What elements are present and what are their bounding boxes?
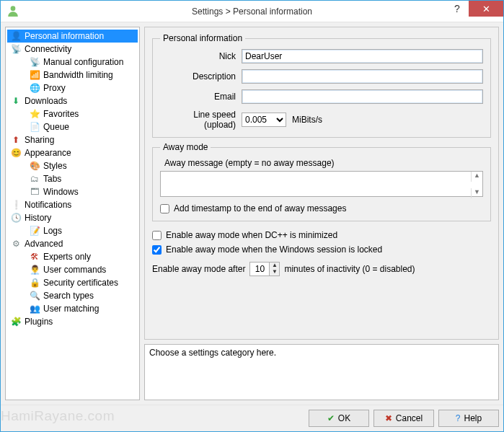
settings-window: Settings > Personal information ? ✕ 👤Per… xyxy=(0,0,504,432)
tree-item-label: Manual configuration xyxy=(43,57,123,67)
away-after-post: minutes of inactivity (0 = disabled) xyxy=(284,264,415,274)
tree-item-label: Advanced xyxy=(25,239,63,249)
linespeed-label: Line speed (upload) xyxy=(160,110,236,130)
main-block: Personal information Nick Description Em… xyxy=(144,27,499,340)
tree-item-label: Favorites xyxy=(43,109,79,119)
timestamp-checkbox[interactable] xyxy=(160,204,169,213)
tree-item-icon: ⬇ xyxy=(10,96,22,106)
away-locked-label[interactable]: Enable away mode when the Windows sessio… xyxy=(166,244,382,255)
tree-item-label: Appearance xyxy=(25,148,71,158)
dialog-body: 👤Personal information📡Connectivity📡Manua… xyxy=(1,22,503,405)
tree-item-label: Windows xyxy=(43,187,79,197)
tree-item-icon: 🕓 xyxy=(10,213,22,223)
linespeed-select[interactable]: 0.005 xyxy=(242,113,286,127)
window-title: Settings > Personal information xyxy=(192,6,312,17)
tree-item-security-certificates[interactable]: 🔒Security certificates xyxy=(7,276,138,289)
away-message-label: Away message (empty = no away message) xyxy=(164,158,483,168)
spin-down-icon[interactable]: ▼ xyxy=(471,188,482,198)
tree-item-experts-only[interactable]: 🛠Experts only xyxy=(7,250,138,263)
tree-item-downloads[interactable]: ⬇Downloads xyxy=(7,94,138,107)
tree-item-label: Connectivity xyxy=(25,44,71,54)
tree-item-user-commands[interactable]: 👨‍💼User commands xyxy=(7,263,138,276)
settings-tree[interactable]: 👤Personal information📡Connectivity📡Manua… xyxy=(5,27,140,400)
tree-item-queue[interactable]: 📄Queue xyxy=(7,120,138,133)
away-minimized-checkbox[interactable] xyxy=(152,231,162,240)
description-input[interactable] xyxy=(242,69,483,84)
ok-button-label: OK xyxy=(338,413,350,423)
tree-item-sharing[interactable]: ⬆Sharing xyxy=(7,133,138,146)
timestamp-label[interactable]: Add timestamp to the end of away message… xyxy=(174,203,346,213)
tree-item-label: Search types xyxy=(43,291,94,301)
help-icon: ? xyxy=(456,413,461,423)
tree-item-advanced[interactable]: ⚙Advanced xyxy=(7,237,138,250)
tree-item-icon: 😊 xyxy=(10,148,22,158)
email-input[interactable] xyxy=(242,89,483,104)
spin-down-icon[interactable]: ▼ xyxy=(270,269,279,275)
tree-item-proxy[interactable]: 🌐Proxy xyxy=(7,81,138,94)
tree-item-plugins[interactable]: 🧩Plugins xyxy=(7,315,138,328)
tree-item-label: Sharing xyxy=(25,135,54,145)
away-locked-checkbox[interactable] xyxy=(152,245,162,255)
tree-item-icon: 🧩 xyxy=(10,317,22,327)
tree-item-notifications[interactable]: ❕Notifications xyxy=(7,198,138,211)
tree-item-icon: 📝 xyxy=(29,226,40,236)
tree-item-connectivity[interactable]: 📡Connectivity xyxy=(7,43,138,56)
tree-item-label: Styles xyxy=(43,161,67,171)
tree-item-favorites[interactable]: ⭐Favorites xyxy=(7,107,138,120)
tree-item-label: Proxy xyxy=(43,83,66,93)
tree-item-tabs[interactable]: 🗂Tabs xyxy=(7,172,138,185)
help-button-label: Help xyxy=(464,413,482,423)
settings-panel: Personal information Nick Description Em… xyxy=(144,27,499,400)
away-after-input[interactable] xyxy=(249,262,270,276)
spin-up-icon[interactable]: ▲ xyxy=(471,172,482,182)
tree-item-icon: 🛠 xyxy=(29,252,40,262)
away-after-pre: Enable away mode after xyxy=(152,264,245,274)
tree-item-styles[interactable]: 🎨Styles xyxy=(7,159,138,172)
tree-item-icon: 📄 xyxy=(29,122,40,132)
tree-item-icon: 🗔 xyxy=(29,187,40,197)
tree-item-label: Security certificates xyxy=(43,278,118,288)
help-button[interactable]: ? xyxy=(446,1,469,17)
tree-item-icon: 🔒 xyxy=(29,278,40,288)
tree-item-search-types[interactable]: 🔍Search types xyxy=(7,289,138,302)
tree-item-user-matching[interactable]: 👥User matching xyxy=(7,302,138,315)
help-description-text: Choose a settings category here. xyxy=(149,348,276,358)
tree-item-icon: 👥 xyxy=(29,304,40,314)
help-button[interactable]: ? Help xyxy=(438,410,499,427)
tree-item-personal-information[interactable]: 👤Personal information xyxy=(7,30,138,43)
tree-item-label: Plugins xyxy=(25,317,53,327)
tree-item-history[interactable]: 🕓History xyxy=(7,211,138,224)
away-message-input[interactable] xyxy=(160,171,483,197)
titlebar[interactable]: Settings > Personal information ? ✕ xyxy=(1,1,503,22)
tree-item-appearance[interactable]: 😊Appearance xyxy=(7,146,138,159)
personal-info-group: Personal information Nick Description Em… xyxy=(152,33,491,138)
nick-input[interactable] xyxy=(242,49,483,63)
cancel-button-label: Cancel xyxy=(396,413,423,423)
cancel-button[interactable]: ✖ Cancel xyxy=(373,410,434,427)
tree-item-label: History xyxy=(25,213,51,223)
ok-button[interactable]: ✔ OK xyxy=(309,410,369,427)
cancel-icon: ✖ xyxy=(385,413,392,423)
tree-item-icon: ⭐ xyxy=(29,109,40,119)
away-mode-legend: Away mode xyxy=(160,142,211,152)
tree-item-label: User commands xyxy=(43,265,106,275)
check-icon: ✔ xyxy=(327,413,335,423)
tree-item-icon: 🎨 xyxy=(29,161,40,171)
tree-item-label: Notifications xyxy=(25,200,71,210)
tree-item-icon: 📡 xyxy=(29,57,40,67)
tree-item-icon: 📡 xyxy=(10,44,22,54)
close-button[interactable]: ✕ xyxy=(469,1,503,17)
away-minimized-label[interactable]: Enable away mode when DC++ is minimized xyxy=(166,230,337,240)
tree-item-label: Personal information xyxy=(25,31,104,41)
tree-item-logs[interactable]: 📝Logs xyxy=(7,224,138,237)
tree-item-icon: 📶 xyxy=(29,70,40,80)
tree-item-icon: 🗂 xyxy=(29,174,40,184)
tree-item-manual-configuration[interactable]: 📡Manual configuration xyxy=(7,56,138,69)
svg-point-0 xyxy=(11,6,16,11)
tree-item-bandwidth-limiting[interactable]: 📶Bandwidth limiting xyxy=(7,69,138,81)
tree-item-icon: ⬆ xyxy=(10,135,22,145)
tree-item-windows[interactable]: 🗔Windows xyxy=(7,185,138,198)
tree-item-label: Tabs xyxy=(43,174,61,184)
tree-item-label: Queue xyxy=(43,122,69,132)
tree-item-icon: 🔍 xyxy=(29,291,40,301)
